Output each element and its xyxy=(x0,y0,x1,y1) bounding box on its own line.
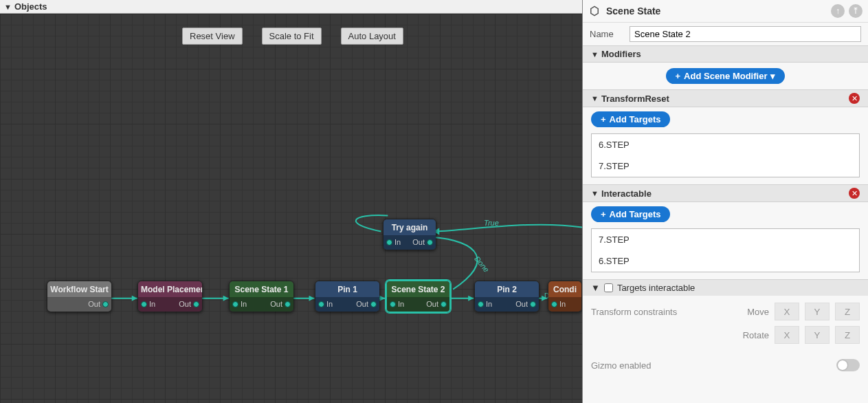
port-in[interactable] xyxy=(141,301,147,307)
list-item[interactable]: 6.STEP xyxy=(592,134,859,155)
port-in[interactable] xyxy=(232,301,238,307)
add-scene-modifier-button[interactable]: + Add Scene Modifier ▾ xyxy=(666,68,786,84)
plus-icon: + xyxy=(676,71,681,81)
add-targets-transform-button[interactable]: + Add Targets xyxy=(591,111,670,127)
svg-marker-4 xyxy=(468,296,474,301)
rotate-label: Rotate xyxy=(743,330,769,340)
auto-layout-button[interactable]: Auto Layout xyxy=(341,28,403,45)
svg-marker-0 xyxy=(132,296,137,301)
node-condition[interactable]: Condi In xyxy=(548,281,582,312)
node-model-placement[interactable]: Model Placement In Out xyxy=(137,281,203,312)
plus-icon: + xyxy=(601,114,606,124)
scene-state-icon xyxy=(588,5,601,17)
name-input[interactable] xyxy=(630,26,861,42)
inspector-title: Scene State xyxy=(606,6,825,17)
canvas-toolbar: Reset View Scale to Fit Auto Layout xyxy=(182,28,403,45)
gizmo-enabled-switch[interactable] xyxy=(836,359,860,371)
targets-interactable-row[interactable]: ▼ Targets interactable xyxy=(583,279,868,296)
caret-down-icon: ▼ xyxy=(591,50,599,58)
reset-view-button[interactable]: Reset View xyxy=(182,28,243,45)
node-title: Model Placement xyxy=(138,281,202,298)
node-title: Scene State 2 xyxy=(387,281,449,298)
node-title: Scene State 1 xyxy=(230,281,293,298)
add-targets-interactable-button[interactable]: + Add Targets xyxy=(591,206,670,222)
port-in[interactable] xyxy=(478,301,484,307)
port-out[interactable] xyxy=(285,301,291,307)
rotate-y-button[interactable]: Y xyxy=(805,326,830,344)
edge-label-done: Done xyxy=(473,254,491,274)
port-in[interactable] xyxy=(390,301,396,307)
rotate-x-button[interactable]: X xyxy=(775,326,799,344)
transform-reset-header[interactable]: ▼ TransformReset ✕ xyxy=(583,89,868,107)
port-in[interactable] xyxy=(386,239,392,246)
arrow-top-button[interactable]: ⤒ xyxy=(849,4,863,18)
node-pin-1[interactable]: Pin 1 Done In Out xyxy=(315,281,380,312)
caret-down-icon: ▾ xyxy=(770,71,775,81)
node-scene-state-2[interactable]: Scene State 2 In Out xyxy=(386,280,451,313)
node-try-again[interactable]: Try again In Out xyxy=(383,219,436,250)
node-title: Try again xyxy=(383,219,436,236)
node-title: Workflow Start xyxy=(47,281,111,298)
port-in[interactable] xyxy=(318,301,324,307)
caret-down-icon: ▼ xyxy=(591,189,599,197)
remove-interactable-button[interactable]: ✕ xyxy=(849,188,860,199)
port-in[interactable] xyxy=(551,301,557,307)
plus-icon: + xyxy=(601,209,606,219)
svg-marker-1 xyxy=(223,296,229,301)
targets-interactable-checkbox[interactable] xyxy=(604,283,613,292)
port-out[interactable] xyxy=(530,301,536,307)
port-out[interactable] xyxy=(441,301,447,307)
node-pin-2[interactable]: Pin 2 Done In Out xyxy=(474,281,539,312)
scale-to-fit-button[interactable]: Scale to Fit xyxy=(262,28,322,45)
objects-panel-header[interactable]: ▼ Objects xyxy=(0,0,582,14)
caret-down-icon: ▼ xyxy=(4,3,12,11)
port-out[interactable] xyxy=(427,239,433,246)
transform-targets-list: 6.STEP 7.STEP xyxy=(591,133,860,177)
node-scene-state-1[interactable]: Scene State 1 In Out xyxy=(229,281,294,312)
port-out[interactable] xyxy=(370,301,377,307)
caret-down-icon: ▼ xyxy=(591,94,599,102)
list-item[interactable]: 6.STEP xyxy=(592,250,859,272)
svg-marker-5 xyxy=(542,296,547,301)
svg-marker-2 xyxy=(309,296,314,301)
interactable-header[interactable]: ▼ Interactable ✕ xyxy=(583,184,868,202)
move-x-button[interactable]: X xyxy=(775,303,799,320)
node-title: Pin 2 xyxy=(475,281,539,298)
name-label: Name xyxy=(590,29,624,39)
remove-transform-reset-button[interactable]: ✕ xyxy=(849,93,860,104)
modifiers-section-header[interactable]: ▼ Modifiers xyxy=(583,45,868,63)
node-title: Pin 1 xyxy=(315,281,379,298)
gizmo-enabled-label: Gizmo enabled xyxy=(591,360,651,371)
move-label: Move xyxy=(747,307,769,317)
node-title: Condi xyxy=(548,281,581,298)
targets-interactable-label: Targets interactable xyxy=(617,283,695,293)
edges xyxy=(0,14,582,403)
node-workflow-start[interactable]: Workflow Start Out xyxy=(47,281,112,312)
list-item[interactable]: 7.STEP xyxy=(592,229,859,250)
port-out[interactable] xyxy=(102,301,109,307)
objects-panel-title: Objects xyxy=(14,1,47,12)
inspector-panel: Scene State ↑ ⤒ Name ▼ Modifiers + Add S… xyxy=(583,0,868,403)
rotate-z-button[interactable]: Z xyxy=(835,326,860,344)
node-canvas[interactable]: Reset View Scale to Fit Auto Layout xyxy=(0,14,582,403)
edge-label-true: True xyxy=(484,219,499,227)
move-y-button[interactable]: Y xyxy=(805,303,830,320)
transform-constraints-label: Transform constraints xyxy=(591,307,742,317)
move-z-button[interactable]: Z xyxy=(835,303,860,320)
arrow-up-button[interactable]: ↑ xyxy=(831,4,845,18)
port-out[interactable] xyxy=(193,301,199,307)
caret-down-icon: ▼ xyxy=(591,283,600,293)
list-item[interactable]: 7.STEP xyxy=(592,155,859,177)
interactable-targets-list: 7.STEP 6.STEP xyxy=(591,228,860,272)
svg-marker-3 xyxy=(379,296,385,301)
